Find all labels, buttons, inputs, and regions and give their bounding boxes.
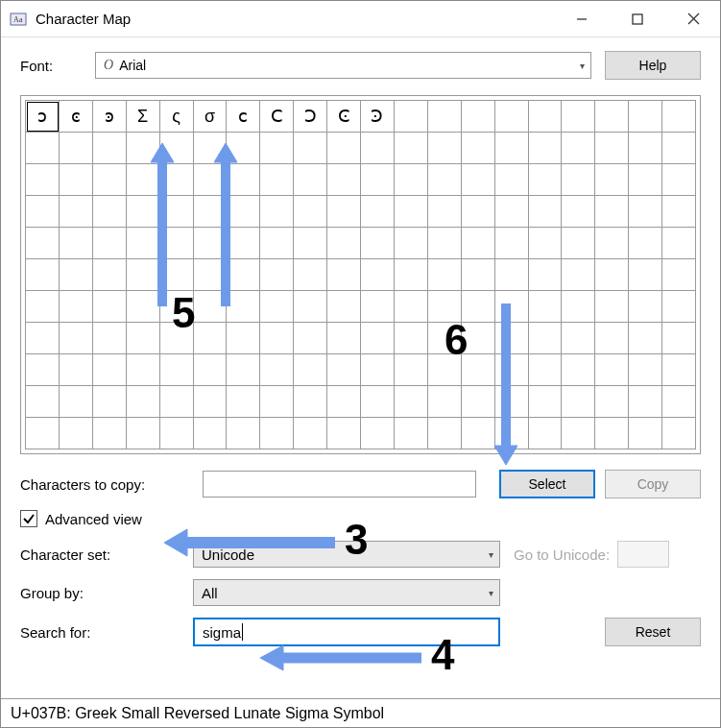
grid-cell[interactable]	[93, 386, 127, 418]
grid-cell[interactable]	[662, 386, 696, 418]
grid-cell[interactable]	[60, 386, 93, 418]
grid-cell[interactable]	[662, 101, 696, 133]
grid-cell[interactable]	[629, 133, 662, 164]
grid-cell[interactable]	[127, 164, 160, 196]
grid-cell[interactable]	[93, 291, 127, 323]
grid-cell[interactable]	[294, 386, 327, 418]
grid-cell[interactable]	[127, 354, 160, 386]
grid-cell[interactable]	[361, 418, 395, 449]
grid-cell[interactable]	[160, 259, 194, 291]
grid-cell[interactable]	[93, 164, 127, 196]
grid-cell[interactable]	[227, 386, 260, 418]
grid-cell[interactable]	[160, 196, 194, 228]
grid-cell[interactable]	[294, 354, 327, 386]
group-select[interactable]: All ▾	[193, 579, 500, 606]
grid-cell[interactable]: ς	[160, 101, 194, 133]
grid-cell[interactable]	[529, 354, 563, 386]
grid-cell[interactable]	[395, 164, 428, 196]
grid-cell[interactable]	[428, 228, 462, 259]
grid-cell[interactable]	[194, 196, 228, 228]
grid-cell[interactable]	[629, 101, 662, 133]
grid-cell[interactable]	[194, 259, 228, 291]
grid-cell[interactable]	[260, 354, 294, 386]
grid-cell[interactable]	[395, 133, 428, 164]
grid-cell[interactable]	[361, 291, 395, 323]
grid-cell[interactable]	[562, 196, 595, 228]
grid-cell[interactable]	[395, 323, 428, 354]
grid-cell[interactable]	[127, 418, 160, 449]
grid-cell[interactable]	[428, 386, 462, 418]
grid-cell[interactable]	[428, 354, 462, 386]
grid-cell[interactable]	[529, 418, 563, 449]
grid-cell[interactable]	[26, 259, 60, 291]
grid-cell[interactable]	[529, 291, 563, 323]
grid-cell[interactable]	[60, 196, 93, 228]
grid-cell[interactable]	[327, 291, 361, 323]
grid-cell[interactable]: σ	[194, 101, 228, 133]
grid-cell[interactable]: Ͼ	[327, 101, 361, 133]
grid-cell[interactable]	[227, 164, 260, 196]
grid-cell[interactable]	[294, 323, 327, 354]
grid-cell[interactable]	[562, 101, 595, 133]
grid-cell[interactable]	[327, 323, 361, 354]
grid-cell[interactable]	[495, 386, 529, 418]
grid-cell[interactable]	[361, 259, 395, 291]
grid-cell[interactable]	[495, 291, 529, 323]
grid-cell[interactable]	[495, 354, 529, 386]
grid-cell[interactable]: Ͻ	[294, 101, 327, 133]
grid-cell[interactable]	[160, 418, 194, 449]
grid-cell[interactable]	[629, 259, 662, 291]
grid-cell[interactable]	[462, 228, 495, 259]
grid-cell[interactable]	[562, 354, 595, 386]
grid-cell[interactable]	[462, 133, 495, 164]
grid-cell[interactable]	[26, 196, 60, 228]
grid-cell[interactable]: Σ	[127, 101, 160, 133]
grid-cell[interactable]	[595, 164, 629, 196]
grid-cell[interactable]: Ϲ	[260, 101, 294, 133]
grid-cell[interactable]	[562, 386, 595, 418]
grid-cell[interactable]	[260, 133, 294, 164]
grid-cell[interactable]	[562, 291, 595, 323]
grid-cell[interactable]	[662, 133, 696, 164]
grid-cell[interactable]	[127, 323, 160, 354]
grid-cell[interactable]	[26, 386, 60, 418]
grid-cell[interactable]	[260, 228, 294, 259]
grid-cell[interactable]	[127, 133, 160, 164]
grid-cell[interactable]	[462, 354, 495, 386]
grid-cell[interactable]	[294, 133, 327, 164]
grid-cell[interactable]	[361, 133, 395, 164]
grid-cell[interactable]	[629, 323, 662, 354]
minimize-button[interactable]	[563, 6, 601, 33]
grid-cell[interactable]	[395, 196, 428, 228]
grid-cell[interactable]	[260, 164, 294, 196]
grid-cell[interactable]	[93, 228, 127, 259]
grid-cell[interactable]	[529, 259, 563, 291]
grid-cell[interactable]	[462, 101, 495, 133]
grid-cell[interactable]	[662, 259, 696, 291]
grid-cell[interactable]	[361, 196, 395, 228]
grid-cell[interactable]	[26, 164, 60, 196]
grid-cell[interactable]	[194, 164, 228, 196]
grid-cell[interactable]	[495, 133, 529, 164]
grid-cell[interactable]	[227, 354, 260, 386]
grid-cell[interactable]: ͽ	[93, 101, 127, 133]
grid-cell[interactable]	[662, 354, 696, 386]
grid-cell[interactable]	[26, 228, 60, 259]
grid-cell[interactable]	[160, 354, 194, 386]
grid-cell[interactable]	[428, 418, 462, 449]
grid-cell[interactable]	[529, 164, 563, 196]
grid-cell[interactable]	[93, 418, 127, 449]
grid-cell[interactable]	[194, 323, 228, 354]
grid-cell[interactable]	[395, 354, 428, 386]
grid-cell[interactable]	[529, 101, 563, 133]
grid-cell[interactable]	[160, 323, 194, 354]
grid-cell[interactable]	[260, 291, 294, 323]
grid-cell[interactable]	[395, 101, 428, 133]
grid-cell[interactable]	[629, 291, 662, 323]
grid-cell[interactable]	[327, 133, 361, 164]
grid-cell[interactable]	[662, 164, 696, 196]
grid-cell[interactable]	[462, 418, 495, 449]
grid-cell[interactable]	[562, 164, 595, 196]
grid-cell[interactable]	[160, 228, 194, 259]
grid-cell[interactable]	[327, 354, 361, 386]
